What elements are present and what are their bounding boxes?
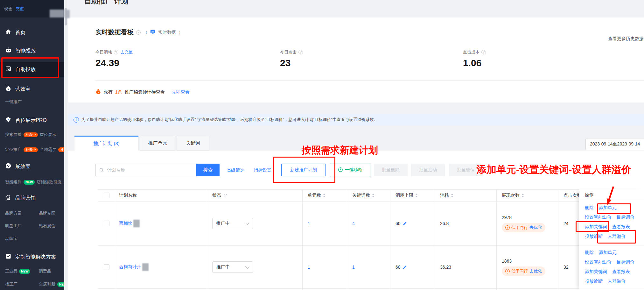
go-recharge-link[interactable]: 去充值 [120,49,133,55]
add-keyword-action[interactable]: 添加关键词 [585,269,607,275]
sidebar-item-custom-solutions[interactable]: 定制智能解决方案 [0,250,64,264]
sort-icon[interactable] [372,194,374,197]
sidebar-link-brand-bao[interactable]: 品牌宝 [5,236,18,242]
budget-cell: 60 [390,246,435,289]
filter-icon[interactable] [223,194,228,198]
help-icon[interactable]: ? [298,50,303,54]
sidebar-link-consumer[interactable]: 消费品 [39,268,51,274]
status-cell: 推广中 [207,202,303,246]
delete-action[interactable]: 删除 [585,250,594,256]
sidebar-link-smart-component[interactable]: 智能组件 [5,179,22,185]
target-adjust-action[interactable]: 目标调价 [617,259,634,265]
sidebar-link-star-factory[interactable]: 明星工厂 [5,223,22,229]
select-all-checkbox[interactable] [104,193,109,198]
optimize-link[interactable]: 去优化 [529,268,542,274]
view-report-action[interactable]: 查看报表 [612,224,630,230]
plan-name-link[interactable]: 西梅饮 [119,221,132,226]
keywords-count-link[interactable]: 1 [352,265,355,270]
sidebar-link-domain-screen[interactable]: 全域霸屏 [40,147,56,152]
optimize-link[interactable]: 去优化 [529,225,542,230]
help-icon[interactable]: ? [136,30,141,35]
sort-icon[interactable] [522,194,524,197]
spend-cell [435,289,497,290]
units-count-link[interactable]: 1 [308,265,310,270]
smart-bid-action[interactable]: 设置智能出价 [585,215,612,220]
sidebar-link-diamond-booth[interactable]: 钻石展位 [39,223,55,229]
sidebar-sub-row: 定位推广 补售中 全域霸屏 补售中 [0,144,64,155]
keywords-count-link[interactable]: 4 [352,221,355,226]
new-badge: NEW [57,282,64,287]
sidebar-link-find-factory[interactable]: 找工厂 [5,281,18,287]
row-checkbox[interactable] [104,221,109,226]
units-count-link[interactable]: 1 [308,221,310,226]
batch-delete-button[interactable]: 批量删除 [374,164,408,176]
sidebar-link-position-promo[interactable]: 定位推广 [5,147,22,152]
sidebar-link-brand-zone[interactable]: 品牌专区 [39,210,55,216]
plan-name-input[interactable] [95,164,196,176]
notice-suffix: 推广锦囊妙计待查看 [125,89,165,95]
crowd-premium-action[interactable]: 人群溢价 [608,279,626,284]
col-header-status: 状态 [207,190,303,202]
sidebar-item-self-delivery[interactable]: ¥ 自助投放 [0,62,64,77]
row-checkbox[interactable] [104,264,109,270]
help-icon[interactable]: ? [481,50,486,54]
divider [95,80,644,81]
sidebar-item-brand-marketing[interactable]: 品牌营销 [0,191,64,205]
view-now-link[interactable]: 立即查看 [172,89,190,95]
metric-settings-link[interactable]: 指标设置 [254,167,271,173]
tab-promo-units[interactable]: 推广单元 [140,136,175,151]
date-range-picker[interactable]: 2023-09-14至2023-09-14 [585,138,644,150]
sidebar-item-top-display-pro[interactable]: 1 首位展示PRO [0,113,64,128]
sort-icon[interactable] [323,194,326,197]
batch-pause-button[interactable]: 批量暂停 [449,164,483,176]
add-keyword-action[interactable]: 添加关键词 [585,224,607,230]
sort-icon[interactable] [415,194,418,197]
metric-value-clicks: 23 [280,58,290,68]
add-unit-action[interactable]: 添加单元 [599,205,617,211]
below-peers-label: 低于同行 [511,225,528,230]
col-header-budget: 消耗上限 [390,190,435,202]
status-select[interactable]: 推广中 [212,261,253,273]
sidebar-link-industrial[interactable]: 工业品 [5,268,18,274]
view-report-action[interactable]: 查看报表 [612,269,630,275]
batch-start-button[interactable]: 批量启动 [411,164,445,176]
sidebar-sub-row: 品牌方案 品牌专区 [0,208,64,219]
recharge-link[interactable]: 充值 [16,6,24,12]
new-plan-button[interactable]: 新建推广计划 [281,164,326,176]
sidebar-link-store-renew[interactable]: 全店引新 [39,281,55,287]
row-select-cell [98,246,115,289]
delivery-diagnose-action[interactable]: 投放诊断 [585,279,603,284]
red-packet-icon: ¥ [95,89,101,95]
sidebar-item-home[interactable]: 首页 [0,25,64,40]
status-select[interactable]: 推广中 [212,218,253,229]
target-adjust-action[interactable]: 目标调价 [617,215,634,220]
col-header-keywords: 关键词数 [347,190,390,202]
edit-pencil-icon[interactable] [402,221,407,226]
search-button[interactable]: 搜索 [196,164,220,176]
view-history-link[interactable]: 查看更多历史数据 [608,36,644,42]
help-icon[interactable]: ? [114,50,118,54]
sidebar-link-hot-item-traffic[interactable]: 店铺爆款引流 [37,179,61,185]
edit-pencil-icon[interactable] [402,265,407,269]
smart-bid-action[interactable]: 设置智能出价 [585,259,612,265]
tab-promo-plans[interactable]: 推广计划 (3) [74,136,139,151]
sidebar-item-yingxiaobao[interactable]: ¥ 营效宝 [0,82,64,96]
sidebar-link-top-display[interactable]: 首位展示 [40,132,56,138]
home-icon [5,29,11,36]
sidebar-item-smart-delivery[interactable]: 智能投放 [0,44,64,58]
sidebar-link-search-display[interactable]: 搜索展播 [5,132,22,138]
sidebar-link-onekey-promo[interactable]: 一键推广 [5,99,22,105]
one-key-diagnose-button[interactable]: 一键诊断 [330,164,370,176]
sort-icon[interactable] [451,194,453,197]
advanced-filter-link[interactable]: 高级筛选 [227,167,244,173]
delivery-diagnose-action[interactable]: 投放诊断 [585,234,603,239]
impressions-value: 2978 [502,215,512,220]
sidebar-item-zhanxiaobao[interactable]: 展效宝 [0,159,64,174]
delete-action[interactable]: 删除 [585,205,594,211]
crowd-premium-action[interactable]: 人群溢价 [608,234,626,239]
add-unit-action[interactable]: 添加单元 [599,250,617,256]
plan-name-link[interactable]: 西梅荷叶汁 [119,264,141,270]
sidebar-item-label: 营效宝 [15,86,31,93]
sidebar-link-brand-plan[interactable]: 品牌方案 [5,210,22,216]
tab-keywords[interactable]: 关键词 [177,136,209,151]
